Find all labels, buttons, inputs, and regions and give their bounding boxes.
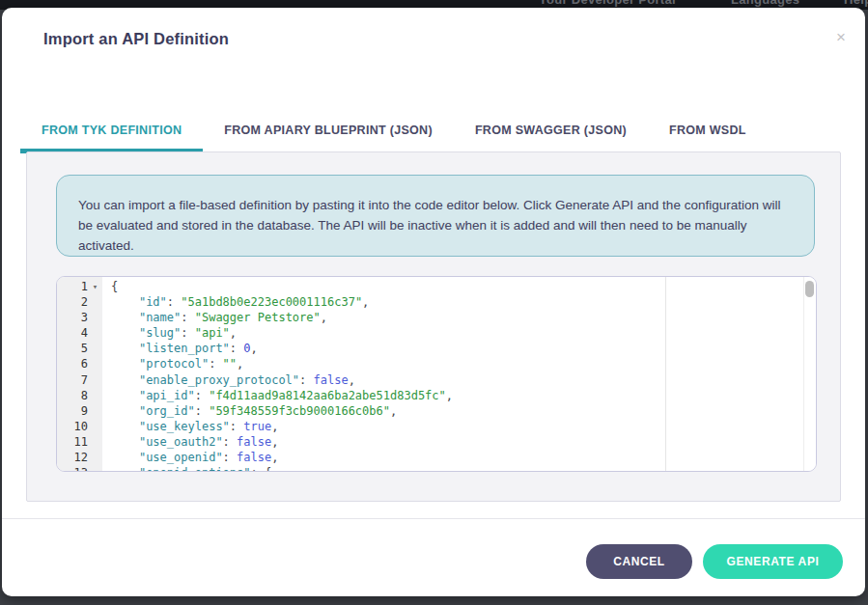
gutter-line-7: 7 bbox=[57, 372, 102, 388]
modal-footer: CANCEL GENERATE API bbox=[586, 544, 843, 579]
line-number: 10 bbox=[57, 419, 88, 434]
topbar-link-languages[interactable]: Languages bbox=[731, 0, 799, 7]
code-line-5: "listen_port": 0, bbox=[111, 341, 803, 356]
code-line-9: "org_id": "59f348559f3cb9000166c0b6", bbox=[111, 403, 803, 419]
gutter-line-8: 8 bbox=[57, 388, 102, 403]
print-margin-line bbox=[665, 277, 666, 471]
line-number: 4 bbox=[57, 325, 88, 341]
line-number: 5 bbox=[57, 341, 88, 356]
code-line-11: "use_oauth2": false, bbox=[111, 434, 803, 450]
gutter-line-13: 13▾ bbox=[57, 465, 102, 472]
editor-code[interactable]: { "id": "5a1bd8b0e223ec0001116c37", "nam… bbox=[103, 277, 803, 471]
tab-from-apiary-blueprint-json[interactable]: FROM APIARY BLUEPRINT (JSON) bbox=[203, 114, 454, 153]
gutter-line-12: 12 bbox=[57, 450, 102, 465]
cancel-button[interactable]: CANCEL bbox=[586, 544, 692, 579]
topbar-link-help[interactable]: Help bbox=[844, 0, 868, 7]
line-number: 6 bbox=[57, 356, 88, 371]
gutter-line-1: 1▾ bbox=[57, 279, 102, 294]
gutter-line-3: 3 bbox=[57, 310, 102, 325]
info-message: You can import a file-based definition b… bbox=[56, 175, 815, 257]
code-line-12: "use_openid": false, bbox=[111, 450, 803, 465]
info-message-text: You can import a file-based definition b… bbox=[78, 195, 793, 256]
tab-from-tyk-definition[interactable]: FROM TYK DEFINITION bbox=[20, 114, 203, 153]
gutter-line-10: 10 bbox=[57, 419, 102, 434]
editor-gutter: 1▾2345678910111213▾ bbox=[57, 277, 102, 471]
line-number: 13 bbox=[57, 465, 88, 472]
code-line-2: "id": "5a1bd8b0e223ec0001116c37", bbox=[111, 294, 803, 310]
tab-from-swagger-json[interactable]: FROM SWAGGER (JSON) bbox=[454, 114, 648, 153]
gutter-line-9: 9 bbox=[57, 403, 102, 419]
code-line-13: "openid_options": { bbox=[111, 465, 803, 472]
code-line-6: "protocol": "", bbox=[111, 356, 803, 371]
modal-title: Import an API Definition bbox=[43, 30, 229, 48]
gutter-line-11: 11 bbox=[57, 434, 102, 450]
tab-from-wsdl[interactable]: FROM WSDL bbox=[648, 114, 768, 153]
code-line-7: "enable_proxy_protocol": false, bbox=[111, 372, 803, 388]
line-number: 7 bbox=[57, 372, 88, 388]
fold-toggle-icon[interactable]: ▾ bbox=[88, 465, 102, 472]
code-line-10: "use_keyless": true, bbox=[111, 419, 803, 434]
generate-api-button[interactable]: GENERATE API bbox=[703, 544, 843, 579]
tab-content-panel: You can import a file-based definition b… bbox=[26, 151, 841, 502]
code-line-1: { bbox=[111, 279, 803, 294]
line-number: 12 bbox=[57, 450, 88, 465]
gutter-line-4: 4 bbox=[57, 325, 102, 341]
topbar-link-your-developer-portal[interactable]: Your Developer Portal bbox=[539, 0, 676, 7]
line-number: 2 bbox=[57, 294, 88, 310]
gutter-line-5: 5 bbox=[57, 341, 102, 356]
gutter-line-2: 2 bbox=[57, 294, 102, 310]
import-api-modal: Import an API Definition × FROM TYK DEFI… bbox=[2, 8, 865, 596]
line-number: 11 bbox=[57, 434, 88, 450]
line-number: 3 bbox=[57, 310, 88, 325]
line-number: 9 bbox=[57, 403, 88, 419]
editor-scrollbar[interactable] bbox=[803, 277, 816, 471]
close-icon[interactable]: × bbox=[836, 29, 846, 45]
line-number: 1 bbox=[57, 279, 88, 294]
line-number: 8 bbox=[57, 388, 88, 403]
footer-divider bbox=[2, 518, 865, 519]
fold-toggle-icon[interactable]: ▾ bbox=[88, 279, 102, 294]
code-line-4: "slug": "api", bbox=[111, 325, 803, 341]
gutter-line-6: 6 bbox=[57, 356, 102, 371]
code-editor[interactable]: 1▾2345678910111213▾ { "id": "5a1bd8b0e22… bbox=[56, 276, 817, 472]
tab-bar: FROM TYK DEFINITIONFROM APIARY BLUEPRINT… bbox=[20, 114, 768, 153]
code-line-8: "api_id": "f4d11aad9a8142aa6ba2abe51d83d… bbox=[111, 388, 803, 403]
editor-scrollbar-thumb[interactable] bbox=[805, 281, 814, 297]
code-line-3: "name": "Swagger Petstore", bbox=[111, 310, 803, 325]
